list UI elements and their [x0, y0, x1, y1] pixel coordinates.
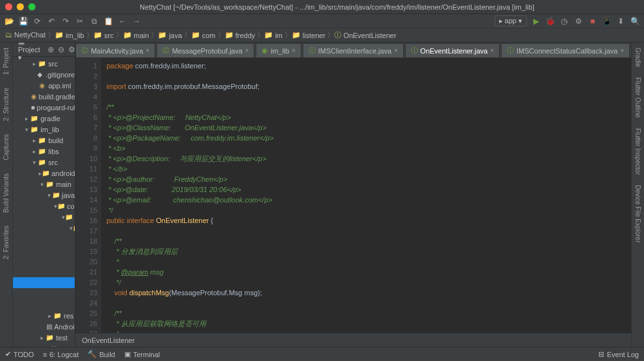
- bottom-tool-strip: ✔ TODO ≡ 6: Logcat 🔨 Build ▣ Terminal ⊟ …: [0, 347, 644, 361]
- back-icon[interactable]: ←: [117, 16, 128, 26]
- left-tool-strip: 1: Project 2: Structure Captures Build V…: [0, 43, 13, 347]
- tool-device-explorer[interactable]: Device File Explorer: [634, 185, 641, 242]
- profile-icon[interactable]: ◷: [559, 16, 569, 26]
- tree-node[interactable]: ▸📁androidTest: [13, 168, 75, 179]
- editor-tab[interactable]: ⒸMainActivity.java×: [75, 43, 155, 57]
- maximize-window[interactable]: [28, 3, 35, 10]
- title-bar: NettyChat [~/DevTools/as_workspace/Netty…: [0, 0, 644, 14]
- window-title: NettyChat [~/DevTools/as_workspace/Netty…: [35, 3, 639, 11]
- breadcrumb-item[interactable]: 🗂 NettyChat: [5, 31, 46, 39]
- editor-tab[interactable]: ◉im_lib×: [256, 43, 301, 57]
- tool-structure[interactable]: 2: Structure: [3, 88, 10, 121]
- avd-icon[interactable]: 📱: [601, 16, 612, 26]
- tree-node[interactable]: ⒾOnEventListener: [13, 277, 75, 288]
- build-tab[interactable]: 🔨 Build: [88, 350, 115, 358]
- tree-node[interactable]: ▾📁freddy: [13, 211, 75, 222]
- line-gutter: 1234567891011121314151617181920212223242…: [75, 58, 101, 333]
- project-tool-window: ▦ Project ▾ ⊕ ⊖ ⚙ — ▸📁src◆.gitignore◉app…: [13, 43, 75, 347]
- forward-icon[interactable]: →: [131, 16, 142, 26]
- tool-favorites[interactable]: 2: Favorites: [3, 226, 10, 259]
- todo-tab[interactable]: ✔ TODO: [5, 350, 34, 358]
- tool-captures[interactable]: Captures: [3, 134, 10, 161]
- debug-icon[interactable]: 🐞: [545, 16, 555, 26]
- minimize-window[interactable]: [17, 3, 24, 10]
- editor-tab[interactable]: ⒾOnEventListener.java×: [405, 43, 500, 57]
- tree-node[interactable]: ⒾIMSConnectStatusCallback: [13, 266, 75, 277]
- code-editor[interactable]: 1234567891011121314151617181920212223242…: [75, 58, 631, 333]
- editor-tab[interactable]: ⒾIMSClientInterface.java×: [303, 43, 404, 57]
- open-icon[interactable]: 📂: [4, 16, 14, 26]
- tree-node[interactable]: ◉build.gradle: [13, 91, 75, 102]
- tree-node[interactable]: ▸📁gradle: [13, 113, 75, 124]
- navigation-bar: 🗂 NettyChat 〉📁 im_lib 〉📁 src 〉📁 main 〉📁 …: [0, 28, 644, 43]
- tree-node[interactable]: ▸📁res: [13, 310, 75, 321]
- breadcrumb-item[interactable]: 📁 src: [93, 31, 114, 39]
- breadcrumb-item[interactable]: 📁 main: [123, 31, 149, 39]
- tool-flutter-outline[interactable]: Flutter Outline: [634, 77, 641, 118]
- tree-node[interactable]: ◉app.iml: [13, 80, 75, 91]
- project-tree[interactable]: ▸📁src◆.gitignore◉app.iml◉build.gradle■pr…: [13, 57, 75, 347]
- tree-node[interactable]: ▾📁protobuf: [13, 288, 75, 299]
- tree-node[interactable]: ▾📁im: [13, 222, 75, 233]
- collapse-icon[interactable]: ⊖: [58, 44, 64, 55]
- tree-node[interactable]: ▾📁interf: [13, 233, 75, 244]
- source-text[interactable]: package com.freddy.im.listener; import c…: [101, 58, 631, 333]
- breadcrumb-item[interactable]: 📁 java: [158, 31, 182, 39]
- breadcrumb-item[interactable]: 📁 im: [264, 31, 283, 39]
- window-controls: [5, 3, 35, 10]
- tree-node[interactable]: ▾📁com: [13, 200, 75, 211]
- main-toolbar: 📂 💾 ⟳ ↶ ↷ ✂ ⧉ 📋 ← → ▸ app ▾ ▶ 🐞 ◷ ⚙ ■ 📱 …: [0, 14, 644, 28]
- scroll-to-icon[interactable]: ⊕: [48, 44, 54, 55]
- tree-node[interactable]: ▾📁main: [13, 179, 75, 190]
- tree-node[interactable]: ▾📁src: [13, 157, 75, 168]
- paste-icon[interactable]: 📋: [103, 16, 113, 26]
- run-icon[interactable]: ▶: [531, 16, 541, 26]
- stop-icon[interactable]: ■: [587, 16, 598, 26]
- tree-node[interactable]: ▸📁test: [13, 332, 75, 343]
- redo-icon[interactable]: ↷: [61, 16, 71, 26]
- tree-node[interactable]: ⒾIMSClientInterface: [13, 244, 75, 255]
- editor-tab[interactable]: ⒾIMSConnectStatusCallback.java×: [501, 43, 630, 57]
- project-header: ▦ Project ▾ ⊕ ⊖ ⚙ —: [13, 43, 75, 57]
- logcat-tab[interactable]: ≡ 6: Logcat: [43, 351, 79, 358]
- tool-project[interactable]: 1: Project: [3, 48, 10, 75]
- tree-node[interactable]: ◆.gitignore: [13, 69, 75, 80]
- right-tool-strip: Gradle Flutter Outline Flutter Inspector…: [631, 43, 644, 347]
- tool-build-variants[interactable]: Build Variants: [3, 173, 10, 213]
- editor-tab[interactable]: ⒸMessageProtobuf.java×: [156, 43, 254, 57]
- close-window[interactable]: [5, 3, 12, 10]
- tree-node[interactable]: ▤AndroidManifest.xml: [13, 321, 75, 332]
- tree-node[interactable]: ▸📁libs: [13, 146, 75, 157]
- editor-tabs: ⒸMainActivity.java×ⒸMessageProtobuf.java…: [75, 43, 631, 58]
- terminal-tab[interactable]: ▣ Terminal: [124, 350, 160, 358]
- copy-icon[interactable]: ⧉: [89, 16, 99, 26]
- tree-node[interactable]: ▾📁listener: [13, 255, 75, 266]
- event-log-tab[interactable]: ⊟ Event Log: [598, 350, 639, 358]
- editor-breadcrumb[interactable]: OnEventListener: [75, 333, 631, 347]
- sdk-icon[interactable]: ⬇: [616, 16, 626, 26]
- breadcrumb-item[interactable]: 📁 im_lib: [55, 31, 84, 39]
- undo-icon[interactable]: ↶: [46, 16, 57, 26]
- sync-icon[interactable]: ⟳: [32, 16, 43, 26]
- tool-gradle[interactable]: Gradle: [634, 48, 641, 67]
- tree-node[interactable]: ▸📁build: [13, 135, 75, 146]
- tree-node[interactable]: ◆.gitignore: [13, 343, 75, 347]
- run-config-selector[interactable]: ▸ app ▾: [495, 15, 527, 26]
- tool-flutter-inspector[interactable]: Flutter Inspector: [634, 128, 641, 175]
- editor-area: ⒸMainActivity.java×ⒸMessageProtobuf.java…: [75, 43, 631, 347]
- search-icon[interactable]: 🔍: [630, 16, 640, 26]
- cut-icon[interactable]: ✂: [75, 16, 85, 26]
- breadcrumb-item[interactable]: 📁 com: [191, 31, 216, 39]
- tree-node[interactable]: ⒸMessageProtobuf: [13, 299, 75, 310]
- breadcrumb-item[interactable]: 📁 listener: [292, 31, 325, 39]
- breadcrumb-item[interactable]: Ⓘ OnEventListener: [334, 30, 396, 40]
- save-icon[interactable]: 💾: [18, 16, 28, 26]
- attach-icon[interactable]: ⚙: [573, 16, 583, 26]
- tree-node[interactable]: ▾📁im_lib: [13, 124, 75, 135]
- tree-node[interactable]: ▸📁src: [13, 58, 75, 69]
- tree-node[interactable]: ▾📁java: [13, 190, 75, 200]
- tree-node[interactable]: ■proguard-rules.pro: [13, 102, 75, 113]
- breadcrumb-item[interactable]: 📁 freddy: [225, 31, 256, 39]
- gear-icon[interactable]: ⚙: [68, 44, 75, 55]
